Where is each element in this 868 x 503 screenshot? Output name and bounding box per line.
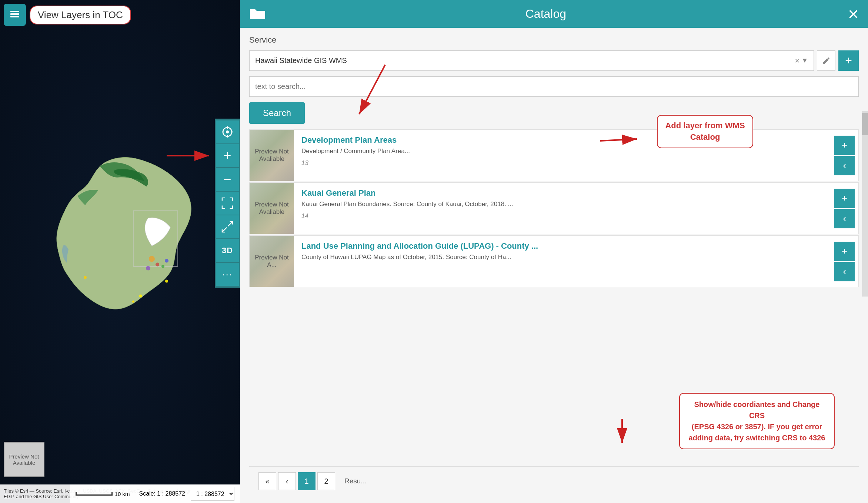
crosshair-button[interactable] — [216, 120, 239, 143]
svg-point-3 — [146, 266, 150, 271]
page-2-button[interactable]: 2 — [317, 472, 335, 490]
search-input[interactable] — [249, 76, 859, 97]
crosshair-icon — [221, 126, 234, 138]
svg-point-8 — [165, 280, 168, 283]
result-info-button-3[interactable]: ‹ — [834, 262, 855, 281]
result-preview-1: Preview NotAvaliable — [250, 130, 294, 181]
svg-rect-10 — [10, 11, 19, 12]
scrollbar-thumb[interactable] — [862, 113, 868, 135]
service-value: Hawaii Statewide GIS WMS — [255, 56, 795, 65]
svg-point-2 — [156, 263, 159, 267]
service-dropdown-actions: × ▼ — [795, 56, 808, 66]
svg-rect-11 — [10, 13, 19, 15]
fit-extent-button[interactable] — [216, 192, 239, 215]
result-add-button-3[interactable]: + — [834, 242, 855, 261]
service-label: Service — [249, 35, 859, 45]
svg-point-1 — [149, 256, 155, 262]
zoom-in-button[interactable]: + — [216, 144, 239, 167]
zoom-out-button[interactable]: − — [216, 168, 239, 191]
catalog-header-left — [249, 6, 266, 22]
catalog-title: Catalog — [266, 7, 826, 21]
service-clear-button[interactable]: × — [795, 56, 799, 66]
page-1-button[interactable]: 1 — [298, 472, 316, 490]
search-input-container — [249, 76, 859, 97]
service-add-button[interactable]: + — [838, 50, 859, 71]
layers-icon — [9, 9, 20, 20]
result-info-button-1[interactable]: ‹ — [834, 156, 855, 175]
service-edit-button[interactable] — [817, 50, 835, 71]
result-info-button-2[interactable]: ‹ — [834, 209, 855, 228]
result-add-button-2[interactable]: + — [834, 189, 855, 208]
svg-point-7 — [132, 301, 134, 303]
svg-point-4 — [161, 265, 164, 268]
map-panel: View Layers in TOC + − — [0, 0, 240, 503]
result-description-3: County of Hawaii LUPAG Map as of October… — [301, 253, 823, 262]
map-display — [0, 0, 240, 503]
toc-button-area: View Layers in TOC — [4, 4, 131, 26]
scrollbar-track[interactable] — [862, 111, 868, 297]
result-count: Resu... — [344, 477, 367, 485]
svg-point-18 — [226, 131, 228, 133]
result-content-2: Kauai General Plan Kauai General Plan Bo… — [294, 183, 831, 234]
pencil-icon — [822, 56, 831, 65]
catalog-close-button[interactable]: × — [848, 5, 859, 23]
svg-rect-12 — [10, 16, 19, 17]
toc-icon-button[interactable] — [4, 4, 26, 26]
add-layer-callout: Add layer from WMS Catalog — [657, 115, 753, 148]
scale-ratio-label: Scale: 1 : 288572 — [139, 490, 185, 497]
result-id-2: 14 — [301, 212, 823, 220]
result-description-2: Kauai General Plan Boundaries. Source: C… — [301, 200, 823, 209]
service-arrow-button[interactable]: ▼ — [801, 57, 808, 64]
result-actions-1: + ‹ — [831, 130, 858, 181]
catalog-header: Catalog × — [240, 0, 868, 28]
result-title-3: Land Use Planning and Allocation Guide (… — [301, 241, 823, 251]
scale-selector[interactable]: 1 : 288572 — [191, 487, 234, 501]
pagination-bar: « ‹ 1 2 Resu... — [249, 466, 859, 496]
expand-icon — [221, 221, 233, 233]
result-item: Preview NotAvaliable Development Plan Ar… — [249, 129, 859, 181]
svg-point-5 — [165, 259, 168, 263]
svg-point-6 — [139, 295, 142, 298]
page-prev-button[interactable]: ‹ — [278, 472, 296, 490]
result-actions-3: + ‹ — [831, 236, 858, 287]
folder-icon — [249, 6, 266, 22]
svg-point-9 — [84, 276, 87, 279]
result-add-button-1[interactable]: + — [834, 136, 855, 155]
result-preview-text-1: Preview NotAvaliable — [255, 148, 289, 163]
search-button[interactable]: Search — [249, 102, 305, 124]
result-item: Preview NotA... Land Use Planning and Al… — [249, 235, 859, 287]
result-preview-text-3: Preview NotA... — [255, 254, 289, 269]
map-preview-thumbnail: Preview Not Available — [4, 442, 44, 477]
service-dropdown-row: Hawaii Statewide GIS WMS × ▼ + — [249, 50, 859, 71]
page-first-button[interactable]: « — [258, 472, 276, 490]
result-preview-text-2: Preview NotAvaliable — [255, 201, 289, 216]
map-controls: + − 3D ··· — [215, 119, 240, 288]
result-content-3: Land Use Planning and Allocation Guide (… — [294, 236, 831, 287]
search-button-container: Search — [249, 102, 859, 124]
more-options-button[interactable]: ··· — [216, 263, 239, 286]
result-id-1: 13 — [301, 159, 823, 167]
fit-extent-icon — [221, 197, 233, 209]
expand-button[interactable] — [216, 215, 239, 238]
map-scale-bar: 10 km Scale: 1 : 288572 1 : 288572 — [70, 484, 240, 503]
service-dropdown[interactable]: Hawaii Statewide GIS WMS × ▼ — [249, 50, 814, 71]
3d-button[interactable]: 3D — [216, 239, 239, 262]
result-preview-2: Preview NotAvaliable — [250, 183, 294, 234]
scale-line-graphic — [76, 492, 113, 496]
result-actions-2: + ‹ — [831, 183, 858, 234]
svg-line-19 — [222, 228, 227, 232]
result-preview-3: Preview NotA... — [250, 236, 294, 287]
crs-tooltip-callout: Show/hide coordiantes and Change CRS (EP… — [679, 393, 835, 449]
result-title-2: Kauai General Plan — [301, 188, 823, 198]
toc-tooltip: View Layers in TOC — [30, 6, 131, 24]
svg-line-20 — [228, 222, 233, 226]
result-item: Preview NotAvaliable Kauai General Plan … — [249, 182, 859, 234]
